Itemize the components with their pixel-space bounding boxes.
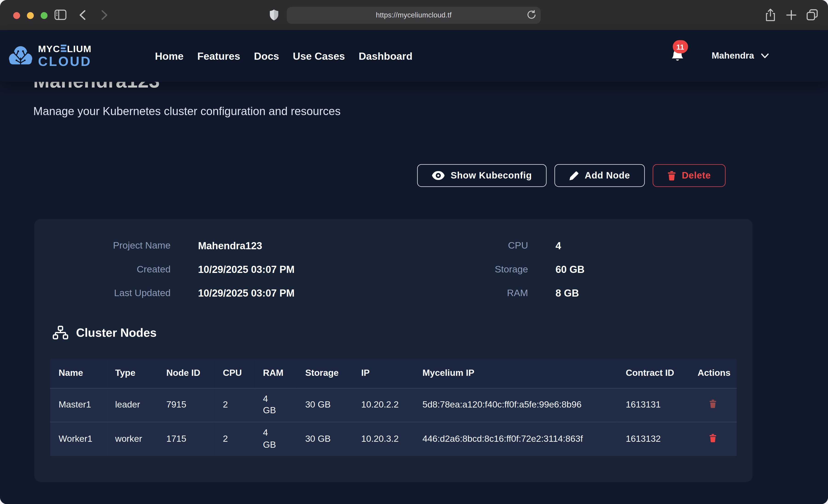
page-subtitle: Manage your Kubernetes cluster configura… xyxy=(33,105,341,118)
notifications-button[interactable]: 11 xyxy=(671,48,685,63)
chevron-down-icon xyxy=(761,53,769,58)
browser-toolbar: https://myceliumcloud.tf xyxy=(0,0,828,30)
col-actions: Actions xyxy=(689,359,737,388)
url-text: https://myceliumcloud.tf xyxy=(376,11,452,19)
nav-link-dashboard[interactable]: Dashboard xyxy=(359,50,413,62)
delete-node-button[interactable] xyxy=(708,433,717,445)
col-contract-id: Contract ID xyxy=(617,359,689,388)
trash-icon xyxy=(709,400,716,408)
storage-value: 60 GB xyxy=(555,264,584,276)
cell-mycelium-ip: 5d8:78ea:a120:f40c:ff0f:a5fe:99e6:8b96 xyxy=(414,388,617,422)
show-kubeconfig-button[interactable]: Show Kubeconfig xyxy=(417,164,546,187)
address-bar[interactable]: https://myceliumcloud.tf xyxy=(287,7,541,24)
new-tab-icon[interactable] xyxy=(786,9,797,20)
cell-actions xyxy=(689,388,737,422)
nav-link-features[interactable]: Features xyxy=(197,50,240,62)
site-content: Mahendra123 Manage your Kubernetes clust… xyxy=(0,30,828,504)
delete-cluster-button[interactable]: Delete xyxy=(653,164,726,187)
cluster-details-card: Project Name Mahendra123 Created 10/29/2… xyxy=(34,219,752,482)
cell-ram: 4 GB xyxy=(255,422,297,456)
cell-name: Worker1 xyxy=(50,422,107,456)
nav-right: 11 Mahendra xyxy=(671,48,769,63)
nodes-table-wrap: Name Type Node ID CPU RAM Storage IP Myc… xyxy=(50,359,737,456)
col-ip: IP xyxy=(353,359,414,388)
network-nodes-icon xyxy=(52,326,69,340)
logo-wordmark-top: MYCLIUM xyxy=(38,44,91,53)
cell-ram: 4 GB xyxy=(255,388,297,422)
cell-node-id: 1715 xyxy=(158,422,214,456)
cluster-actions: Show Kubeconfig Add Node xyxy=(417,164,726,187)
cell-contract-id: 1613131 xyxy=(617,388,689,422)
privacy-shield-icon[interactable] xyxy=(270,9,278,20)
cell-name: Master1 xyxy=(50,388,107,422)
logo-e-bars-icon xyxy=(61,44,67,53)
nav-link-home[interactable]: Home xyxy=(155,50,183,62)
ram-label: RAM xyxy=(392,288,528,299)
cell-cpu: 2 xyxy=(214,388,255,422)
share-icon[interactable] xyxy=(765,8,776,22)
col-mycelium-ip: Mycelium IP xyxy=(414,359,617,388)
cluster-nodes-heading: Cluster Nodes xyxy=(52,326,157,340)
nav-link-docs[interactable]: Docs xyxy=(254,50,279,62)
nodes-table: Name Type Node ID CPU RAM Storage IP Myc… xyxy=(50,359,737,456)
table-header-row: Name Type Node ID CPU RAM Storage IP Myc… xyxy=(50,359,737,388)
nav-link-use-cases[interactable]: Use Cases xyxy=(293,50,345,62)
tab-overview-icon[interactable] xyxy=(806,9,818,21)
last-updated-value: 10/29/2025 03:07 PM xyxy=(198,287,295,299)
back-button[interactable] xyxy=(79,10,86,20)
cell-mycelium-ip: 446:d2a6:8bcd:8c16:ff0f:72e2:3114:863f xyxy=(414,422,617,456)
storage-label: Storage xyxy=(392,264,528,275)
cluster-info-left: Project Name Mahendra123 Created 10/29/2… xyxy=(34,234,294,305)
cell-ip: 10.20.3.2 xyxy=(353,422,414,456)
trash-icon xyxy=(709,434,716,442)
cell-type: worker xyxy=(107,422,158,456)
bell-icon xyxy=(671,56,685,65)
close-window-button[interactable] xyxy=(13,12,20,19)
site-logo[interactable]: MYCLIUM CLOUD xyxy=(7,44,91,68)
reload-icon[interactable] xyxy=(527,10,536,20)
col-node-id: Node ID xyxy=(158,359,214,388)
notification-badge: 11 xyxy=(673,40,688,53)
nav-links: Home Features Docs Use Cases Dashboard xyxy=(155,50,413,62)
forward-button xyxy=(101,10,108,20)
cell-storage: 30 GB xyxy=(297,422,353,456)
table-row-worker1: Worker1 worker 1715 2 4 GB 30 GB 10.20.3… xyxy=(50,422,737,456)
cluster-info-right: CPU 4 Storage 60 GB RAM 8 GB xyxy=(392,234,585,305)
cell-contract-id: 1613132 xyxy=(617,422,689,456)
cell-storage: 30 GB xyxy=(297,388,353,422)
cpu-value: 4 xyxy=(555,240,561,252)
cell-actions xyxy=(689,422,737,456)
screen: https://myceliumcloud.tf xyxy=(0,0,828,504)
col-cpu: CPU xyxy=(214,359,255,388)
add-node-button[interactable]: Add Node xyxy=(554,164,645,187)
project-name-value: Mahendra123 xyxy=(198,240,262,252)
created-value: 10/29/2025 03:07 PM xyxy=(198,264,295,276)
created-label: Created xyxy=(34,264,170,275)
cluster-nodes-title: Cluster Nodes xyxy=(76,326,157,340)
eye-icon xyxy=(432,171,445,180)
logo-wordmark-bottom: CLOUD xyxy=(38,55,91,68)
trash-icon xyxy=(668,171,676,180)
user-menu[interactable]: Mahendra xyxy=(712,51,769,61)
cell-cpu: 2 xyxy=(214,422,255,456)
col-type: Type xyxy=(107,359,158,388)
cpu-label: CPU xyxy=(392,240,528,251)
project-name-label: Project Name xyxy=(34,240,170,251)
table-row-master1: Master1 leader 7915 2 4 GB 30 GB 10.20.2… xyxy=(50,388,737,422)
pencil-icon xyxy=(570,171,579,180)
last-updated-label: Last Updated xyxy=(34,288,170,299)
zoom-window-button[interactable] xyxy=(41,12,48,19)
cell-node-id: 7915 xyxy=(158,388,214,422)
ram-value: 8 GB xyxy=(555,287,579,299)
cell-type: leader xyxy=(107,388,158,422)
minimize-window-button[interactable] xyxy=(27,12,34,19)
browser-window: https://myceliumcloud.tf xyxy=(0,0,828,504)
col-storage: Storage xyxy=(297,359,353,388)
user-name: Mahendra xyxy=(712,51,754,61)
col-ram: RAM xyxy=(255,359,297,388)
sidebar-toggle-icon[interactable] xyxy=(54,9,67,20)
delete-node-button[interactable] xyxy=(708,398,717,411)
site-navbar: MYCLIUM CLOUD Home Features Docs Use Cas… xyxy=(0,30,828,82)
mycelium-cloud-logo-icon xyxy=(7,45,34,67)
col-name: Name xyxy=(50,359,107,388)
